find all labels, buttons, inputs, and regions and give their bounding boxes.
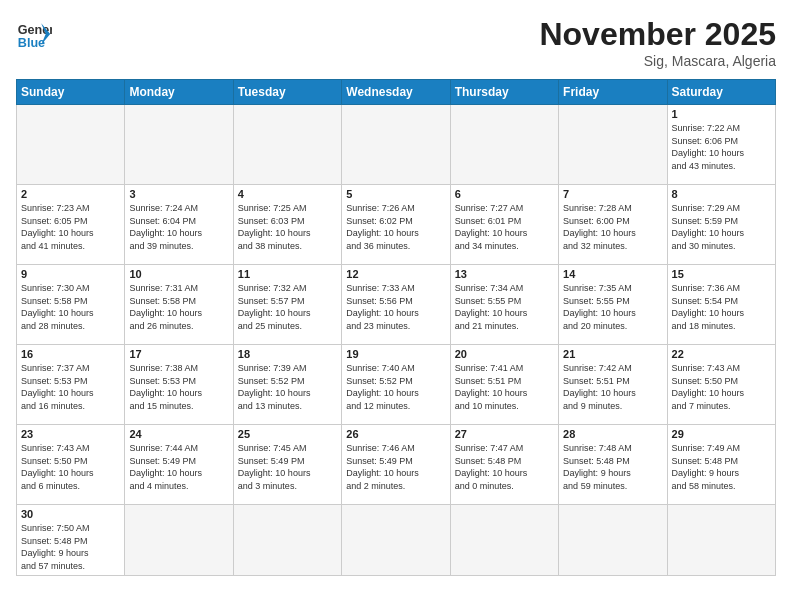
calendar-cell: 30Sunrise: 7:50 AM Sunset: 5:48 PM Dayli…: [17, 505, 125, 576]
day-info: Sunrise: 7:36 AM Sunset: 5:54 PM Dayligh…: [672, 282, 771, 332]
day-info: Sunrise: 7:22 AM Sunset: 6:06 PM Dayligh…: [672, 122, 771, 172]
day-info: Sunrise: 7:24 AM Sunset: 6:04 PM Dayligh…: [129, 202, 228, 252]
day-info: Sunrise: 7:33 AM Sunset: 5:56 PM Dayligh…: [346, 282, 445, 332]
day-number: 17: [129, 348, 228, 360]
day-info: Sunrise: 7:50 AM Sunset: 5:48 PM Dayligh…: [21, 522, 120, 572]
day-info: Sunrise: 7:23 AM Sunset: 6:05 PM Dayligh…: [21, 202, 120, 252]
calendar-cell: 29Sunrise: 7:49 AM Sunset: 5:48 PM Dayli…: [667, 425, 775, 505]
day-info: Sunrise: 7:39 AM Sunset: 5:52 PM Dayligh…: [238, 362, 337, 412]
day-number: 12: [346, 268, 445, 280]
day-info: Sunrise: 7:34 AM Sunset: 5:55 PM Dayligh…: [455, 282, 554, 332]
day-number: 22: [672, 348, 771, 360]
calendar-week-2: 2Sunrise: 7:23 AM Sunset: 6:05 PM Daylig…: [17, 185, 776, 265]
weekday-header-row: SundayMondayTuesdayWednesdayThursdayFrid…: [17, 80, 776, 105]
day-info: Sunrise: 7:38 AM Sunset: 5:53 PM Dayligh…: [129, 362, 228, 412]
day-number: 6: [455, 188, 554, 200]
day-info: Sunrise: 7:29 AM Sunset: 5:59 PM Dayligh…: [672, 202, 771, 252]
calendar-cell: 4Sunrise: 7:25 AM Sunset: 6:03 PM Daylig…: [233, 185, 341, 265]
day-number: 11: [238, 268, 337, 280]
month-title: November 2025: [539, 16, 776, 53]
calendar-week-4: 16Sunrise: 7:37 AM Sunset: 5:53 PM Dayli…: [17, 345, 776, 425]
calendar-cell: 28Sunrise: 7:48 AM Sunset: 5:48 PM Dayli…: [559, 425, 667, 505]
calendar-cell: 20Sunrise: 7:41 AM Sunset: 5:51 PM Dayli…: [450, 345, 558, 425]
day-info: Sunrise: 7:47 AM Sunset: 5:48 PM Dayligh…: [455, 442, 554, 492]
day-number: 30: [21, 508, 120, 520]
logo: General Blue: [16, 16, 52, 52]
day-number: 7: [563, 188, 662, 200]
calendar-table: SundayMondayTuesdayWednesdayThursdayFrid…: [16, 79, 776, 576]
calendar-week-1: 1Sunrise: 7:22 AM Sunset: 6:06 PM Daylig…: [17, 105, 776, 185]
day-info: Sunrise: 7:43 AM Sunset: 5:50 PM Dayligh…: [21, 442, 120, 492]
title-block: November 2025 Sig, Mascara, Algeria: [539, 16, 776, 69]
day-number: 26: [346, 428, 445, 440]
calendar-cell: 9Sunrise: 7:30 AM Sunset: 5:58 PM Daylig…: [17, 265, 125, 345]
day-number: 15: [672, 268, 771, 280]
day-number: 8: [672, 188, 771, 200]
day-number: 5: [346, 188, 445, 200]
calendar-cell: 24Sunrise: 7:44 AM Sunset: 5:49 PM Dayli…: [125, 425, 233, 505]
calendar-cell: [125, 105, 233, 185]
day-number: 2: [21, 188, 120, 200]
calendar-cell: 3Sunrise: 7:24 AM Sunset: 6:04 PM Daylig…: [125, 185, 233, 265]
day-number: 27: [455, 428, 554, 440]
day-info: Sunrise: 7:45 AM Sunset: 5:49 PM Dayligh…: [238, 442, 337, 492]
calendar-cell: 1Sunrise: 7:22 AM Sunset: 6:06 PM Daylig…: [667, 105, 775, 185]
day-number: 19: [346, 348, 445, 360]
calendar-cell: 2Sunrise: 7:23 AM Sunset: 6:05 PM Daylig…: [17, 185, 125, 265]
calendar-cell: [450, 505, 558, 576]
day-info: Sunrise: 7:25 AM Sunset: 6:03 PM Dayligh…: [238, 202, 337, 252]
day-number: 10: [129, 268, 228, 280]
day-info: Sunrise: 7:32 AM Sunset: 5:57 PM Dayligh…: [238, 282, 337, 332]
page-header: General Blue November 2025 Sig, Mascara,…: [16, 16, 776, 69]
day-info: Sunrise: 7:40 AM Sunset: 5:52 PM Dayligh…: [346, 362, 445, 412]
day-info: Sunrise: 7:43 AM Sunset: 5:50 PM Dayligh…: [672, 362, 771, 412]
day-number: 28: [563, 428, 662, 440]
logo-icon: General Blue: [16, 16, 52, 52]
calendar-cell: 6Sunrise: 7:27 AM Sunset: 6:01 PM Daylig…: [450, 185, 558, 265]
location: Sig, Mascara, Algeria: [539, 53, 776, 69]
day-info: Sunrise: 7:37 AM Sunset: 5:53 PM Dayligh…: [21, 362, 120, 412]
day-number: 14: [563, 268, 662, 280]
calendar-week-3: 9Sunrise: 7:30 AM Sunset: 5:58 PM Daylig…: [17, 265, 776, 345]
calendar-cell: 10Sunrise: 7:31 AM Sunset: 5:58 PM Dayli…: [125, 265, 233, 345]
day-info: Sunrise: 7:49 AM Sunset: 5:48 PM Dayligh…: [672, 442, 771, 492]
calendar-cell: 13Sunrise: 7:34 AM Sunset: 5:55 PM Dayli…: [450, 265, 558, 345]
calendar-cell: 19Sunrise: 7:40 AM Sunset: 5:52 PM Dayli…: [342, 345, 450, 425]
calendar-cell: 25Sunrise: 7:45 AM Sunset: 5:49 PM Dayli…: [233, 425, 341, 505]
calendar-cell: [233, 105, 341, 185]
calendar-week-6: 30Sunrise: 7:50 AM Sunset: 5:48 PM Dayli…: [17, 505, 776, 576]
day-number: 23: [21, 428, 120, 440]
day-number: 3: [129, 188, 228, 200]
day-info: Sunrise: 7:48 AM Sunset: 5:48 PM Dayligh…: [563, 442, 662, 492]
calendar-cell: [559, 105, 667, 185]
day-number: 25: [238, 428, 337, 440]
day-number: 4: [238, 188, 337, 200]
calendar-cell: 15Sunrise: 7:36 AM Sunset: 5:54 PM Dayli…: [667, 265, 775, 345]
svg-text:Blue: Blue: [18, 36, 45, 50]
calendar-cell: [559, 505, 667, 576]
day-number: 1: [672, 108, 771, 120]
calendar-cell: [17, 105, 125, 185]
day-info: Sunrise: 7:27 AM Sunset: 6:01 PM Dayligh…: [455, 202, 554, 252]
calendar-cell: 17Sunrise: 7:38 AM Sunset: 5:53 PM Dayli…: [125, 345, 233, 425]
day-number: 20: [455, 348, 554, 360]
day-info: Sunrise: 7:28 AM Sunset: 6:00 PM Dayligh…: [563, 202, 662, 252]
day-number: 18: [238, 348, 337, 360]
day-number: 21: [563, 348, 662, 360]
weekday-header-thursday: Thursday: [450, 80, 558, 105]
weekday-header-monday: Monday: [125, 80, 233, 105]
calendar-cell: 11Sunrise: 7:32 AM Sunset: 5:57 PM Dayli…: [233, 265, 341, 345]
calendar-cell: [342, 105, 450, 185]
calendar-cell: 14Sunrise: 7:35 AM Sunset: 5:55 PM Dayli…: [559, 265, 667, 345]
calendar-cell: [667, 505, 775, 576]
day-info: Sunrise: 7:31 AM Sunset: 5:58 PM Dayligh…: [129, 282, 228, 332]
day-number: 29: [672, 428, 771, 440]
day-number: 9: [21, 268, 120, 280]
calendar-cell: 27Sunrise: 7:47 AM Sunset: 5:48 PM Dayli…: [450, 425, 558, 505]
weekday-header-wednesday: Wednesday: [342, 80, 450, 105]
calendar-week-5: 23Sunrise: 7:43 AM Sunset: 5:50 PM Dayli…: [17, 425, 776, 505]
day-info: Sunrise: 7:41 AM Sunset: 5:51 PM Dayligh…: [455, 362, 554, 412]
day-info: Sunrise: 7:35 AM Sunset: 5:55 PM Dayligh…: [563, 282, 662, 332]
calendar-cell: 5Sunrise: 7:26 AM Sunset: 6:02 PM Daylig…: [342, 185, 450, 265]
weekday-header-friday: Friday: [559, 80, 667, 105]
